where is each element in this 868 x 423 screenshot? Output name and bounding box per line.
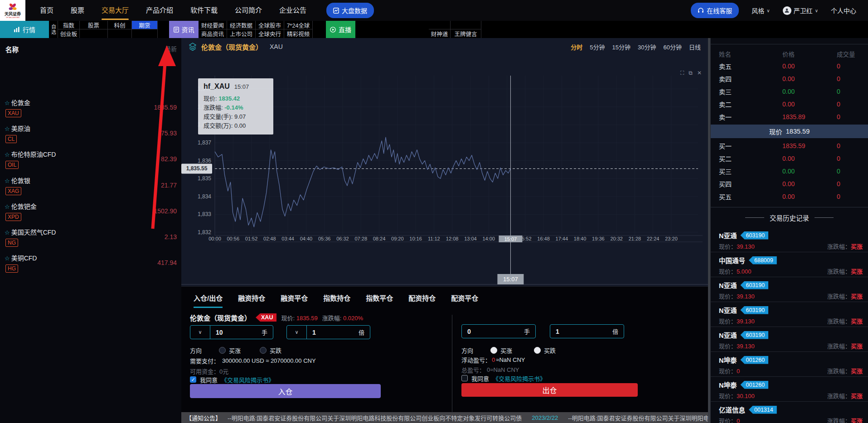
- online-service-button[interactable]: 在线客服: [691, 3, 739, 18]
- market-cell-指数[interactable]: 指数: [58, 21, 80, 29]
- open-position-button[interactable]: 入仓: [190, 384, 381, 398]
- market-cell-股票[interactable]: 股票: [80, 21, 108, 29]
- close-buy-down-radio[interactable]: [534, 347, 541, 354]
- timeframe-3[interactable]: 15分钟: [612, 43, 630, 51]
- star-icon[interactable]: ☆: [5, 178, 10, 184]
- news-cell-全球央行[interactable]: 全球央行: [256, 29, 284, 38]
- close-agree-checkbox[interactable]: [461, 375, 468, 381]
- open-buy-up-radio[interactable]: [219, 347, 226, 354]
- nav-item-6[interactable]: 公司简介: [235, 0, 262, 21]
- news-cell-精彩视频[interactable]: 精彩视频: [284, 29, 313, 38]
- close-position-button[interactable]: 出仓: [461, 383, 638, 397]
- extra-cell-财神道[interactable]: 财神道: [429, 29, 451, 38]
- tab-live[interactable]: 直播: [326, 21, 355, 38]
- order-book-row-买二[interactable]: 买二0.000: [711, 152, 868, 165]
- chart-canvas[interactable]: 1,8401,8391,8381,8371,8361,8351,8341,833…: [181, 55, 708, 286]
- nav-item-7[interactable]: 企业公告: [279, 0, 306, 21]
- trade-tab-6[interactable]: 配资持仓: [408, 293, 436, 308]
- nav-item-4[interactable]: 产品介绍: [146, 0, 173, 21]
- news-cell-7*24全球[interactable]: 7*24全球: [284, 21, 313, 29]
- risk-agreement-link[interactable]: 《交易风险揭示书》: [221, 375, 274, 384]
- chart-restore-icon[interactable]: ⧉: [689, 70, 693, 76]
- tab-news[interactable]: 资讯: [169, 21, 199, 38]
- style-dropdown[interactable]: 风格 ∨: [752, 6, 770, 15]
- market-data-button[interactable]: 大盘数据: [326, 3, 374, 18]
- order-book-row-卖四[interactable]: 卖四0.000: [711, 72, 868, 85]
- close-buy-up-radio[interactable]: [490, 347, 497, 354]
- trade-tab-4[interactable]: 指数持仓: [323, 293, 350, 308]
- trade-tab-7[interactable]: 配资平仓: [451, 293, 478, 308]
- history-entry-7[interactable]: N坤泰001260现价：30.100涨跌幅：买涨: [711, 377, 868, 402]
- star-icon[interactable]: ☆: [5, 100, 10, 106]
- trade-tab-3[interactable]: 融资平仓: [281, 293, 308, 308]
- order-book-row-卖一[interactable]: 卖一1835.890: [711, 111, 868, 123]
- risk-agreement-link[interactable]: 《交易风险揭示书》: [493, 374, 546, 383]
- tab-watchlist[interactable]: 自选: [49, 21, 58, 38]
- star-icon[interactable]: ☆: [5, 229, 10, 236]
- watchlist-item-OIL[interactable]: ☆布伦特原油CFDOIL82.39: [0, 148, 181, 173]
- trade-tab-1[interactable]: 入仓/出仓: [194, 293, 223, 308]
- news-cell-经济数据[interactable]: 经济数据: [227, 21, 256, 29]
- order-book-row-卖五[interactable]: 卖五0.000: [711, 60, 868, 72]
- timeframe-5[interactable]: 60分钟: [664, 43, 682, 51]
- open-agree-checkbox[interactable]: ✓: [190, 376, 196, 383]
- order-book-row-买四[interactable]: 买四0.000: [711, 178, 868, 190]
- timeframe-4[interactable]: 30分钟: [638, 43, 656, 51]
- star-icon[interactable]: ☆: [5, 203, 10, 210]
- star-icon[interactable]: ☆: [5, 151, 10, 158]
- close-qty-input[interactable]: 0 手: [461, 324, 536, 338]
- history-entry-4[interactable]: N亚通603190现价：39.130涨跌幅：买涨: [711, 302, 868, 327]
- leverage-dropdown-icon[interactable]: ∨: [287, 326, 307, 339]
- nav-item-1[interactable]: 首页: [40, 0, 53, 21]
- open-leverage-input[interactable]: ∨ 1 倍: [286, 325, 370, 339]
- nav-item-3[interactable]: 交易大厅: [102, 0, 129, 21]
- order-book-row-买三[interactable]: 买三0.000: [711, 165, 868, 178]
- watchlist-item-CL[interactable]: ☆美原油CL75.93: [0, 122, 181, 148]
- history-entry-2[interactable]: 中国通号688009现价：5.000涨跌幅：买涨: [711, 252, 868, 277]
- timeframe-2[interactable]: 5分钟: [590, 43, 605, 51]
- history-entry-3[interactable]: N亚通603190现价：39.130涨跌幅：买涨: [711, 277, 868, 302]
- announcement-marquee[interactable]: 【通知公告】 --明阳电路:国泰君安证券股份有限公司关于深圳明阳电路科技股份有限…: [181, 412, 708, 423]
- timeframe-1[interactable]: 分时: [571, 43, 582, 51]
- trade-tab-5[interactable]: 指数平仓: [366, 293, 393, 308]
- personal-center-link[interactable]: 个人中心: [831, 6, 856, 15]
- svg-text:10:16: 10:16: [409, 236, 422, 241]
- svg-text:1,835.55: 1,835.55: [186, 165, 208, 172]
- watchlist-item-XPD[interactable]: ☆伦敦钯金XPD1502.90: [0, 200, 181, 226]
- tab-quotes[interactable]: 行情: [0, 21, 49, 38]
- watchlist-item-HG[interactable]: ☆美铜CFDHG417.94: [0, 251, 181, 277]
- history-entry-8[interactable]: 亿道信息001314现价：0涨跌幅：买涨: [711, 402, 868, 423]
- market-cell-科创[interactable]: 科创: [108, 21, 132, 29]
- open-buy-down-radio[interactable]: [260, 347, 267, 354]
- history-entry-1[interactable]: N亚通603190现价：39.130涨跌幅：买涨: [711, 227, 868, 252]
- history-entry-5[interactable]: N亚通603190现价：39.130涨跌幅：买涨: [711, 327, 868, 352]
- order-book-row-卖三[interactable]: 卖三0.000: [711, 85, 868, 98]
- market-cell-创业板[interactable]: 创业板: [58, 29, 80, 38]
- watchlist-item-XAU[interactable]: ☆伦敦金XAU1835.59: [0, 96, 181, 122]
- qty-dropdown-icon[interactable]: ∨: [190, 326, 210, 339]
- history-entry-6[interactable]: N坤泰001260现价：0涨跌幅：买涨: [711, 352, 868, 377]
- news-cell-全球股市[interactable]: 全球股市: [256, 21, 284, 29]
- nav-item-2[interactable]: 股票: [71, 0, 84, 21]
- open-qty-input[interactable]: ∨ 10 手: [190, 325, 273, 339]
- trade-tab-2[interactable]: 融资持仓: [238, 293, 265, 308]
- market-cell-期货[interactable]: 期货: [132, 21, 158, 29]
- brand-logo[interactable]: 天风证券 TF SECURITIES: [0, 0, 25, 21]
- news-cell-商品资讯[interactable]: 商品资讯: [199, 29, 227, 38]
- order-book-row-买一[interactable]: 买一1835.590: [711, 139, 868, 152]
- nav-item-5[interactable]: 软件下载: [190, 0, 218, 21]
- order-book-row-卖二[interactable]: 卖二0.000: [711, 98, 868, 111]
- order-book-row-买五[interactable]: 买五0.000: [711, 190, 868, 203]
- chart-close-icon[interactable]: ✕: [697, 70, 702, 76]
- timeframe-6[interactable]: 日线: [689, 43, 701, 51]
- news-cell-财经要闻[interactable]: 财经要闻: [199, 21, 227, 29]
- star-icon[interactable]: ☆: [5, 125, 10, 132]
- star-icon[interactable]: ☆: [5, 255, 10, 262]
- close-leverage-input[interactable]: 1 倍: [550, 324, 624, 338]
- watchlist-item-NG[interactable]: ☆美国天然气CFDNG2.13: [0, 226, 181, 251]
- user-menu[interactable]: 严卫红 ∨: [783, 6, 818, 15]
- extra-cell-王牌健言[interactable]: 王牌健言: [451, 29, 481, 38]
- watchlist-item-XAG[interactable]: ☆伦敦银XAG21.77: [0, 174, 181, 200]
- news-cell-上市公司[interactable]: 上市公司: [227, 29, 256, 38]
- chart-zoom-icon[interactable]: ⛶: [680, 70, 684, 76]
